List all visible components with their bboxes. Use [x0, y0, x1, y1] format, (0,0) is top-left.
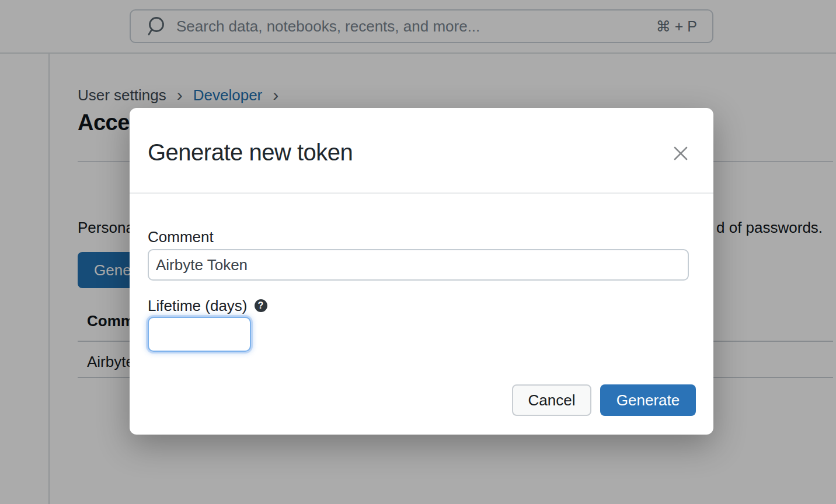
dialog-header-divider [130, 192, 713, 194]
comment-input[interactable] [148, 249, 689, 281]
close-icon [673, 145, 689, 162]
dialog-title: Generate new token [148, 138, 353, 166]
lifetime-input[interactable] [148, 317, 251, 352]
generate-token-dialog: Generate new token Comment Lifetime (day… [130, 108, 713, 435]
close-button[interactable] [671, 144, 690, 163]
help-icon[interactable]: ? [255, 299, 267, 312]
lifetime-field-label-row: Lifetime (days) ? [148, 297, 267, 314]
generate-button[interactable]: Generate [600, 384, 696, 416]
comment-field-label: Comment [148, 228, 214, 246]
lifetime-field-label: Lifetime (days) [148, 297, 248, 314]
cancel-button[interactable]: Cancel [512, 384, 591, 416]
